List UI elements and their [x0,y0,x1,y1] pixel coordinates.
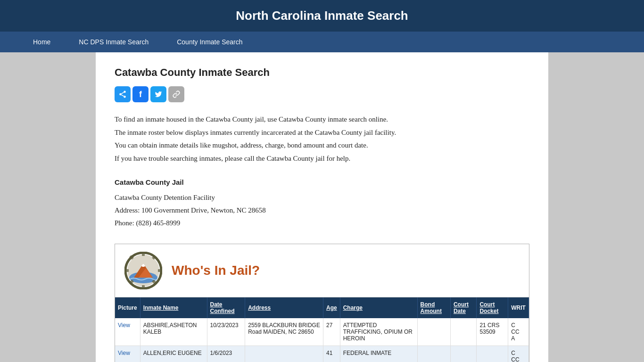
col-court-date-link[interactable]: Court Date [454,301,469,314]
jail-phone: Phone: (828) 465-8999 [115,217,529,230]
col-address: Address [245,297,323,318]
col-docket-link[interactable]: Court Docket [479,301,498,314]
col-age-link[interactable]: Age [326,304,337,311]
twitter-button[interactable] [150,86,166,102]
site-header: North Carolina Inmate Search [0,0,644,32]
col-picture: Picture [115,297,140,318]
svg-rect-12 [142,285,145,289]
col-date-confined: Date Confined [207,297,245,318]
nav-dps-search[interactable]: NC DPS Inmate Search [65,32,163,52]
col-charge: Charge [340,297,417,318]
share-button[interactable] [115,86,131,102]
cell-court-date-0 [450,318,476,346]
col-age: Age [323,297,340,318]
desc-line-4: If you have trouble searching inmates, p… [115,153,529,165]
col-bond: Bond Amount [417,297,450,318]
cell-date-0: 10/23/2023 [207,318,245,346]
col-bond-link[interactable]: Bond Amount [421,301,442,314]
cell-view-1: View [115,346,140,362]
cell-age-0: 27 [323,318,340,346]
table-row: View ABSHIRE,ASHETON KALEB 10/23/2023 25… [115,318,529,346]
cell-writ-1: C CC O [508,346,529,362]
cell-bond-0 [417,318,450,346]
table-header-row: Picture Inmate Name Date Confined Addres… [115,297,529,318]
copy-link-button[interactable] [168,86,184,102]
cell-charge-1: FEDERAL INMATE [340,346,417,362]
site-title: North Carolina Inmate Search [9,8,635,23]
view-link-0[interactable]: View [118,322,130,329]
cell-docket-1 [477,346,508,362]
cell-age-1: 41 [323,346,340,362]
content-area: Catawba County Inmate Search f To find a [96,52,548,362]
cell-docket-0: 21 CRS 53509 [477,318,508,346]
page-title: Catawba County Inmate Search [115,66,529,79]
col-court-docket: Court Docket [477,297,508,318]
col-writ: WRIT [508,297,529,318]
svg-rect-14 [158,269,162,272]
cell-bond-1 [417,346,450,362]
svg-point-1 [119,93,122,96]
view-link-1[interactable]: View [118,350,130,356]
col-charge-link[interactable]: Charge [343,304,363,311]
svg-point-2 [124,96,126,98]
col-address-link[interactable]: Address [248,304,271,311]
svg-rect-13 [125,269,129,272]
col-date-link[interactable]: Date Confined [210,301,235,314]
cell-address-1 [245,346,323,362]
cell-name-1: ALLEN,ERIC EUGENE [140,346,207,362]
cell-name-0: ABSHIRE,ASHETON KALEB [140,318,207,346]
svg-line-3 [121,95,124,96]
jail-name: Catawba County Jail [115,176,529,189]
wij-logo [124,252,162,289]
col-inmate-name-link[interactable]: Inmate Name [143,304,179,311]
social-icons-bar: f [115,86,529,102]
svg-point-0 [124,91,126,93]
cell-court-date-1 [450,346,476,362]
desc-line-3: You can obtain inmate details like mugsh… [115,140,529,152]
cell-address-0: 2559 BLACKBURN BRIDGE Road MAIDEN, NC 28… [245,318,323,346]
cell-view-0: View [115,318,140,346]
col-court-date: Court Date [450,297,476,318]
cell-charge-0: ATTEMPTED TRAFFICKING, OPIUM OR HEROIN [340,318,417,346]
desc-line-1: To find an inmate housed in the Catawba … [115,114,529,126]
table-row: View ALLEN,ERIC EUGENE 1/6/2023 41 FEDER… [115,346,529,362]
desc-line-2: The inmate roster below displays inmates… [115,127,529,139]
facebook-button[interactable]: f [132,86,149,102]
main-nav: Home NC DPS Inmate Search County Inmate … [0,32,644,52]
nav-county-search[interactable]: County Inmate Search [163,32,256,52]
col-inmate-name: Inmate Name [140,297,207,318]
wij-widget: Who's In Jail? Picture Inmate Name Date … [115,244,529,362]
jail-info-block: Catawba County Jail Catawba County Deten… [115,176,529,230]
jail-facility: Catawba County Detention Facility [115,191,529,204]
inmate-table: Picture Inmate Name Date Confined Addres… [115,297,529,362]
description-block: To find an inmate housed in the Catawba … [115,114,529,165]
cell-date-1: 1/6/2023 [207,346,245,362]
svg-rect-11 [142,252,145,256]
cell-writ-0: C CC A [508,318,529,346]
wij-title: Who's In Jail? [172,263,260,278]
nav-home[interactable]: Home [19,32,65,52]
jail-address: Address: 100 Government Drive, Newton, N… [115,204,529,217]
svg-line-4 [121,92,124,94]
wij-header: Who's In Jail? [115,244,529,297]
